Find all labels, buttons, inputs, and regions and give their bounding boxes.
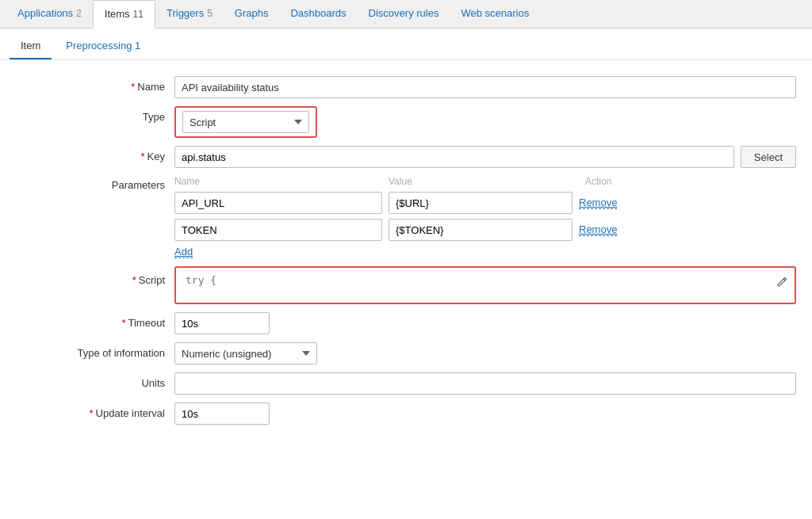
script-input[interactable]	[179, 271, 772, 300]
script-label: *Script	[16, 266, 174, 286]
tab-triggers[interactable]: Triggers5	[155, 0, 224, 28]
type-field-wrapper: Script Zabbix agent SNMP HTTP agent	[174, 106, 796, 138]
required-star: *	[131, 81, 135, 93]
key-input[interactable]	[174, 146, 734, 168]
tab-discovery-rules[interactable]: Discovery rules	[358, 0, 450, 28]
edit-script-icon[interactable]	[772, 273, 791, 292]
parameters-label: Parameters	[16, 176, 174, 191]
type-of-info-field-wrapper: Numeric (unsigned) Numeric (float) Chara…	[174, 342, 796, 364]
update-interval-field-wrapper	[174, 403, 796, 425]
select-button[interactable]: Select	[741, 146, 796, 168]
update-interval-row: *Update interval	[16, 403, 796, 425]
param-row-2: Remove	[174, 219, 796, 241]
timeout-field-wrapper	[174, 312, 796, 334]
units-input[interactable]	[174, 372, 796, 395]
timeout-label: *Timeout	[16, 312, 174, 329]
remove-button-2[interactable]: Remove	[579, 223, 617, 236]
name-field-wrapper	[174, 76, 796, 98]
param-row-1: Remove	[174, 192, 796, 214]
type-row: Type Script Zabbix agent SNMP HTTP agent	[16, 106, 796, 138]
key-label: *Key	[16, 146, 174, 162]
remove-button-1[interactable]: Remove	[579, 197, 617, 209]
sub-nav: Item Preprocessing 1	[0, 29, 812, 60]
name-input[interactable]	[174, 76, 796, 98]
script-field-wrapper	[174, 266, 796, 304]
units-field-wrapper	[174, 372, 796, 395]
parameters-row: Parameters Name Value Action Remove Remo…	[16, 176, 796, 258]
params-col-value-header: Value	[389, 176, 579, 187]
name-row: *Name	[16, 76, 796, 98]
add-param-link[interactable]: Add	[174, 246, 193, 258]
type-of-info-label: Type of information	[16, 342, 174, 359]
script-highlight	[174, 266, 796, 304]
key-row-inner: Select	[174, 146, 796, 168]
update-interval-input[interactable]	[174, 403, 270, 425]
params-col-action-header: Action	[585, 176, 611, 187]
tab-web-scenarios[interactable]: Web scenarios	[450, 0, 540, 28]
type-select[interactable]: Script Zabbix agent SNMP HTTP agent	[182, 111, 309, 133]
tab-items[interactable]: Items11	[93, 0, 155, 29]
type-of-info-select[interactable]: Numeric (unsigned) Numeric (float) Chara…	[174, 342, 317, 364]
parameters-field-wrapper: Name Value Action Remove Remove Add	[174, 176, 796, 258]
param-name-input-1[interactable]	[174, 192, 382, 214]
key-row: *Key Select	[16, 146, 796, 168]
param-name-input-2[interactable]	[174, 219, 382, 241]
svg-line-0	[783, 279, 785, 280]
name-label: *Name	[16, 76, 174, 93]
script-row: *Script	[16, 266, 796, 304]
sub-tab-preprocessing[interactable]: Preprocessing 1	[55, 35, 151, 59]
type-label: Type	[16, 106, 174, 123]
tab-graphs[interactable]: Graphs	[224, 0, 280, 28]
item-form: *Name Type Script Zabbix agent SNMP HTTP…	[0, 60, 812, 448]
timeout-row: *Timeout	[16, 312, 796, 334]
units-row: Units	[16, 372, 796, 395]
add-param-wrapper: Add	[174, 246, 796, 258]
type-of-info-row: Type of information Numeric (unsigned) N…	[16, 342, 796, 364]
params-col-name-header: Name	[174, 176, 389, 187]
sub-tab-item[interactable]: Item	[10, 35, 52, 59]
tab-dashboards[interactable]: Dashboards	[279, 0, 357, 28]
timeout-input[interactable]	[174, 312, 270, 334]
key-field-wrapper: Select	[174, 146, 796, 168]
units-label: Units	[16, 372, 174, 389]
param-value-input-1[interactable]	[389, 192, 573, 214]
type-select-highlight: Script Zabbix agent SNMP HTTP agent	[174, 106, 317, 138]
param-value-input-2[interactable]	[389, 219, 573, 241]
params-header: Name Value Action	[174, 176, 796, 187]
top-nav: Applications2 Items11 Triggers5 Graphs D…	[0, 0, 812, 29]
tab-applications[interactable]: Applications2	[6, 0, 93, 28]
update-interval-label: *Update interval	[16, 403, 174, 419]
